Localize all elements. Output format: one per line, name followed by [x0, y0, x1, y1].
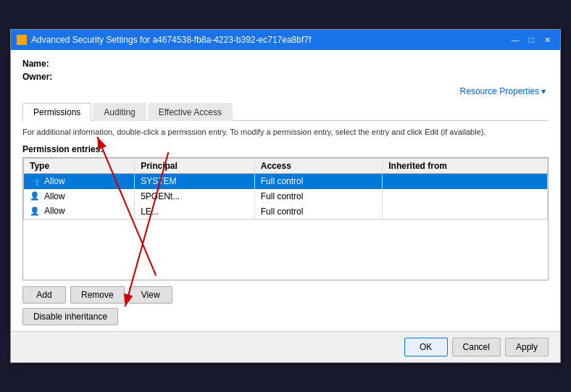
td-access: Full control: [254, 204, 382, 219]
watermark: wsxdn.com: [525, 353, 558, 360]
remove-button[interactable]: Remove: [70, 286, 125, 304]
resource-properties-row: Resource Properties ▾: [22, 85, 549, 98]
name-row: Name:: [22, 59, 549, 69]
td-principal: 5PGENt...: [135, 189, 255, 204]
resource-properties-label: Resource Properties: [460, 86, 539, 96]
bottom-bar: OK Cancel Apply: [11, 331, 560, 362]
cancel-button[interactable]: Cancel: [452, 338, 501, 356]
td-type: 👤Allow: [24, 204, 135, 219]
table-row[interactable]: 👥Allow SYSTEM Full control: [24, 173, 548, 188]
action-buttons-row: Add Remove View: [22, 286, 549, 304]
td-principal: SYSTEM: [135, 173, 255, 188]
window-title: Advanced Security Settings for a4674538-…: [31, 35, 311, 45]
tab-permissions[interactable]: Permissions: [22, 103, 91, 121]
table-row[interactable]: 👤Allow LE... Full control: [24, 204, 548, 219]
name-label: Name:: [22, 59, 59, 69]
table-row[interactable]: 👤Allow 5PGENt... Full control: [24, 189, 548, 204]
title-controls: — □ ✕: [508, 33, 554, 47]
tab-effective-access[interactable]: Effective Access: [148, 103, 233, 121]
td-access: Full control: [254, 189, 382, 204]
user-icon: 👤: [30, 191, 41, 201]
permissions-table-container[interactable]: Type Principal Access Inherited from 👥Al…: [22, 157, 549, 280]
td-principal: LE...: [135, 204, 255, 219]
col-inherited: Inherited from: [383, 158, 548, 173]
add-button[interactable]: Add: [22, 286, 66, 304]
permission-entries-label: Permission entries:: [22, 144, 549, 154]
permissions-table: Type Principal Access Inherited from 👥Al…: [23, 158, 548, 220]
main-content: Name: Owner: Resource Properties ▾ Permi…: [11, 50, 560, 330]
ok-button[interactable]: OK: [404, 338, 448, 356]
td-inherited: [383, 173, 548, 188]
td-inherited: [383, 204, 548, 219]
user-icon: 👤: [30, 207, 41, 217]
minimize-button[interactable]: —: [508, 33, 522, 47]
view-button[interactable]: View: [129, 286, 172, 304]
advanced-security-window: Advanced Security Settings for a4674538-…: [10, 29, 561, 362]
col-type: Type: [24, 158, 135, 173]
tab-auditing[interactable]: Auditing: [93, 103, 146, 121]
window-icon: [17, 35, 27, 45]
col-access: Access: [254, 158, 382, 173]
owner-row: Owner:: [22, 72, 549, 82]
maximize-button[interactable]: □: [524, 33, 538, 47]
disable-inheritance-button[interactable]: Disable inheritance: [22, 308, 118, 325]
td-access: Full control: [254, 173, 382, 188]
user-icon: 👥: [30, 177, 41, 187]
col-principal: Principal: [135, 158, 255, 173]
title-bar: Advanced Security Settings for a4674538-…: [11, 30, 560, 50]
td-inherited: [383, 189, 548, 204]
resource-properties-icon: ▾: [541, 86, 546, 96]
owner-label: Owner:: [22, 72, 59, 82]
td-type: 👥Allow: [24, 173, 135, 188]
resource-properties-button[interactable]: Resource Properties ▾: [457, 85, 549, 98]
td-type: 👤Allow: [24, 189, 135, 204]
tabs-container: Permissions Auditing Effective Access: [22, 102, 549, 121]
close-button[interactable]: ✕: [540, 33, 554, 47]
info-text: For additional information, double-click…: [22, 127, 549, 138]
